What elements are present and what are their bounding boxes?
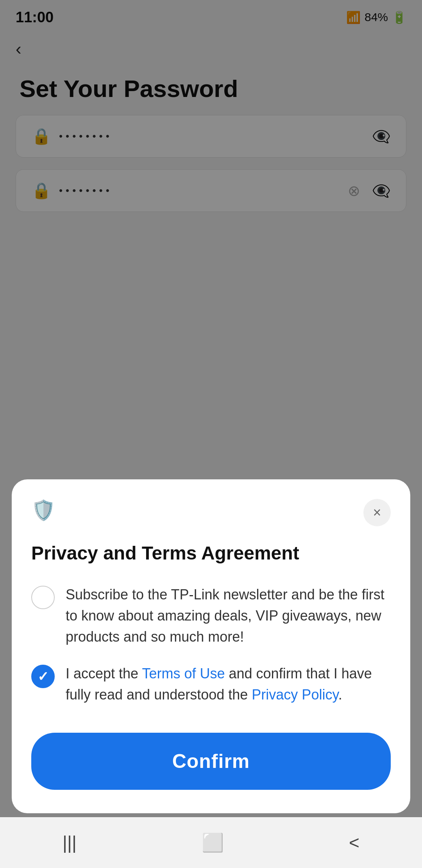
home-button[interactable]: ⬜ bbox=[202, 832, 224, 853]
newsletter-checkbox[interactable] bbox=[31, 586, 55, 609]
terms-checkbox[interactable] bbox=[31, 665, 55, 688]
newsletter-checkbox-item[interactable]: Subscribe to the TP-Link newsletter and … bbox=[31, 584, 391, 647]
newsletter-text: Subscribe to the TP-Link newsletter and … bbox=[66, 584, 391, 647]
modal-close-button[interactable]: × bbox=[363, 499, 391, 526]
modal-title: Privacy and Terms Agreement bbox=[31, 542, 391, 565]
recent-apps-button[interactable]: ||| bbox=[63, 832, 77, 853]
terms-of-use-link[interactable]: Terms of Use bbox=[142, 665, 225, 681]
bottom-nav: ||| ⬜ < bbox=[0, 817, 422, 868]
terms-text: I accept the Terms of Use and confirm th… bbox=[66, 663, 391, 705]
terms-checkbox-item[interactable]: I accept the Terms of Use and confirm th… bbox=[31, 663, 391, 705]
close-icon: × bbox=[373, 504, 381, 521]
confirm-button[interactable]: Confirm bbox=[31, 733, 391, 790]
back-nav-button[interactable]: < bbox=[349, 832, 359, 853]
shield-privacy-icon: 🛡️ bbox=[31, 499, 55, 522]
privacy-terms-modal: 🛡️ × Privacy and Terms Agreement Subscri… bbox=[12, 479, 410, 813]
modal-header: 🛡️ × bbox=[31, 499, 391, 526]
privacy-policy-link[interactable]: Privacy Policy bbox=[252, 687, 338, 703]
